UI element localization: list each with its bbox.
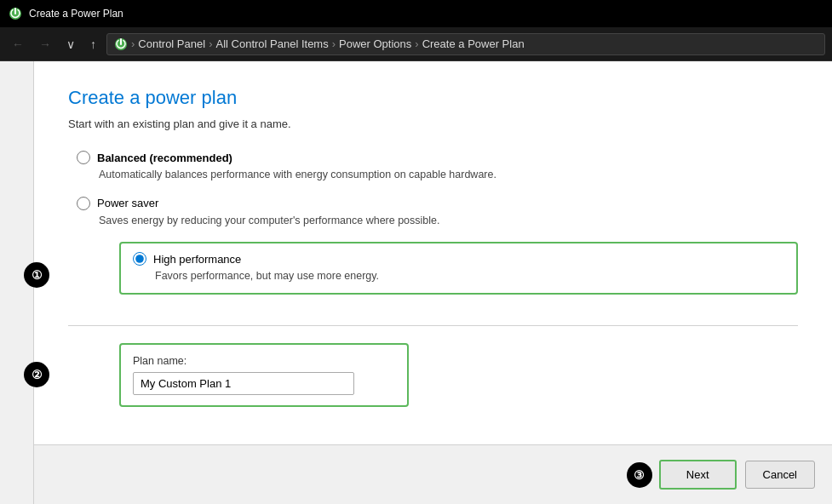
up-button[interactable]: ↑ [85, 34, 101, 54]
forward-button[interactable]: → [34, 34, 56, 54]
balanced-text: Balanced (recommended) [97, 152, 232, 164]
path-sep-1: › [209, 37, 212, 50]
title-bar: Create a Power Plan [0, 0, 832, 27]
plan-option-balanced: Balanced (recommended) Automatically bal… [68, 151, 798, 183]
high-performance-label[interactable]: High performance [133, 252, 784, 266]
cancel-button[interactable]: Cancel [745, 461, 815, 489]
plan-option-high-performance: High performance Favors performance, but… [119, 242, 798, 295]
section-divider [68, 325, 798, 326]
plan-name-box: Plan name: [119, 343, 409, 407]
main-content: Create a power plan Start with an existi… [0, 61, 832, 504]
path-sep-2: › [332, 37, 336, 50]
dropdown-button[interactable]: ∨ [61, 34, 80, 54]
path-power-options[interactable]: Power Options [339, 37, 411, 50]
high-performance-text: High performance [153, 253, 241, 266]
power-saver-radio[interactable] [77, 197, 90, 210]
high-performance-desc: Favors performance, but may use more ene… [155, 269, 784, 284]
path-all-items[interactable]: All Control Panel Items [215, 37, 328, 50]
window-title: Create a Power Plan [29, 8, 123, 20]
balanced-desc: Automatically balances performance with … [99, 168, 798, 183]
step-3-container: ③ Next [627, 460, 737, 490]
balanced-radio[interactable] [77, 151, 90, 164]
power-saver-text: Power saver [97, 197, 158, 209]
balanced-label[interactable]: Balanced (recommended) [77, 151, 798, 164]
plan-name-input[interactable] [133, 372, 354, 395]
plan-name-section: ② Plan name: [68, 343, 798, 407]
power-saver-label[interactable]: Power saver [77, 197, 798, 210]
power-plan-icon [9, 7, 22, 20]
path-sep-3: › [415, 37, 418, 50]
path-control-panel[interactable]: Control Panel [138, 37, 205, 50]
next-button[interactable]: Next [659, 460, 737, 490]
high-performance-radio[interactable] [133, 252, 146, 266]
path-create-plan[interactable]: Create a Power Plan [422, 37, 525, 50]
address-path: › Control Panel › All Control Panel Item… [106, 33, 825, 55]
step-badge-3: ③ [627, 462, 652, 488]
page-title: Create a power plan [68, 87, 798, 109]
path-sep-0: › [131, 37, 135, 50]
plan-option-power-saver: Power saver Saves energy by reducing you… [68, 197, 798, 229]
back-button[interactable]: ← [7, 34, 29, 54]
bottom-bar: ③ Next Cancel [34, 444, 832, 504]
page-subtitle: Start with an existing plan and give it … [68, 117, 798, 130]
step-badge-2: ② [24, 362, 49, 387]
power-saver-desc: Saves energy by reducing your computer's… [99, 214, 798, 229]
content-panel: Create a power plan Start with an existi… [34, 61, 832, 504]
step-badge-1: ① [24, 262, 49, 288]
path-icon [114, 37, 128, 51]
plan-name-label: Plan name: [133, 355, 395, 367]
address-bar: ← → ∨ ↑ › Control Panel › All Control Pa… [0, 27, 832, 61]
